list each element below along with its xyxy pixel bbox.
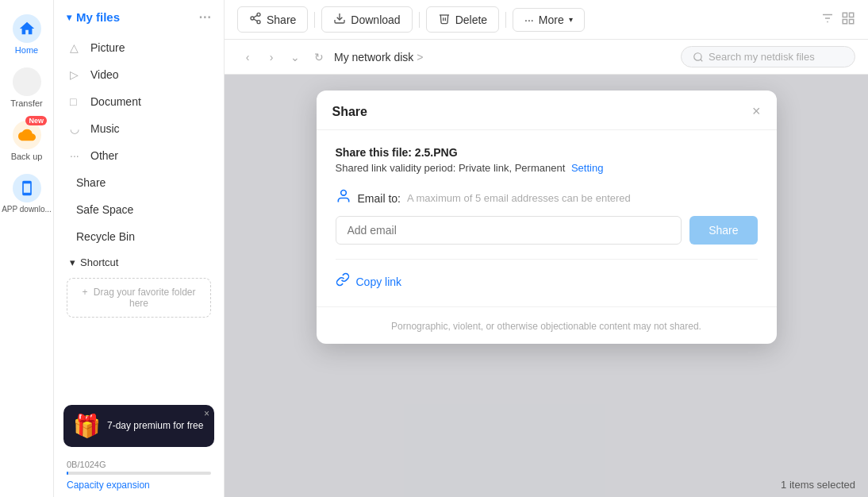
storage-bar: [67, 472, 211, 475]
sidebar-item-document[interactable]: □ Document: [54, 88, 224, 115]
breadcrumb-separator: >: [417, 51, 423, 64]
share-email-button[interactable]: Share: [689, 216, 757, 245]
transfer-icon: [13, 67, 41, 96]
sidebar-item-other[interactable]: ··· Other: [54, 142, 224, 169]
other-icon: ···: [70, 149, 83, 162]
recyclebin-label: Recycle Bin: [76, 230, 135, 243]
sidebar-chevron-icon: ▾: [67, 12, 71, 23]
svg-rect-11: [843, 19, 847, 23]
app-sidebar: Home Transfer New Back up APP downlo...: [0, 0, 54, 497]
menu-icon[interactable]: [841, 11, 855, 29]
other-label: Other: [90, 149, 118, 162]
setting-link[interactable]: Setting: [571, 162, 603, 174]
email-to-label: Email to:: [358, 192, 401, 205]
storage-label: 0B/1024G: [67, 460, 211, 469]
share-btn-label: Share: [267, 13, 296, 26]
validity-value: Private link, Permanent: [459, 162, 565, 174]
share-button[interactable]: Share: [237, 6, 308, 33]
email-hint: A maximum of 5 email addresses can be en…: [407, 192, 631, 204]
delete-btn-label: Delete: [455, 13, 487, 26]
sidebar-item-share[interactable]: Share: [54, 169, 224, 196]
content-area: Share Download Delete ··· More ▾: [225, 0, 868, 497]
picture-label: Picture: [90, 41, 125, 54]
email-label-row: Email to: A maximum of 5 email addresses…: [336, 188, 758, 208]
modal-footer-text: Pornographic, violent, or otherwise obje…: [391, 321, 701, 332]
capacity-link[interactable]: Capacity expansion: [54, 478, 224, 497]
svg-point-1: [251, 17, 254, 20]
home-icon: [13, 14, 41, 43]
shortcut-chevron-icon: ▾: [70, 256, 75, 268]
download-btn-label: Download: [351, 13, 400, 26]
sidebar-more-icon[interactable]: ⋯: [198, 10, 211, 25]
sidebar-item-home[interactable]: Home: [0, 8, 53, 61]
download-icon: [333, 12, 346, 27]
down-button[interactable]: ⌄: [285, 47, 305, 67]
plus-icon: +: [82, 287, 87, 298]
delete-button[interactable]: Delete: [426, 6, 499, 33]
breadcrumb-root[interactable]: My network disk: [334, 51, 413, 64]
delete-icon: [438, 12, 451, 27]
shortcut-section[interactable]: ▾ Shortcut: [54, 250, 224, 272]
new-badge: New: [25, 116, 47, 125]
appdownload-icon: [13, 174, 41, 202]
modal-close-button[interactable]: ×: [752, 103, 761, 120]
sidebar-item-backup[interactable]: New Back up: [0, 114, 53, 168]
storage-fill: [67, 472, 68, 475]
sidebar-item-transfer[interactable]: Transfer: [0, 61, 53, 114]
sidebar-title: My files: [76, 10, 120, 24]
back-button[interactable]: ‹: [237, 47, 258, 67]
sidebar-item-safespace[interactable]: Safe Space: [54, 196, 224, 223]
promo-icon: 🎁: [73, 413, 101, 439]
email-input-row: Share: [336, 216, 758, 245]
filter-icon[interactable]: [820, 11, 835, 29]
storage-info: 0B/1024G: [54, 453, 224, 478]
modal-body: Share this file: 2.5.PNG Shared link val…: [317, 130, 777, 306]
shortcut-drop-area[interactable]: + Drag your favorite folder here: [67, 278, 211, 318]
refresh-button[interactable]: ↻: [309, 47, 329, 67]
more-button[interactable]: ··· More ▾: [513, 8, 585, 32]
sidebar-nav: △ Picture ▷ Video □ Document ◡ Music ···…: [54, 34, 224, 399]
link-icon: [336, 272, 350, 291]
shortcut-label: Shortcut: [80, 256, 118, 268]
person-icon: [336, 188, 351, 208]
main-content: Share × Share this file: 2.5.PNG Shared …: [225, 75, 868, 497]
breadcrumb-bar: ‹ › ⌄ ↻ My network disk > Search my netd…: [225, 40, 868, 75]
appdownload-label: APP downlo...: [2, 205, 52, 214]
forward-button[interactable]: ›: [261, 47, 282, 67]
svg-line-14: [701, 59, 703, 61]
svg-point-15: [340, 191, 346, 196]
toolbar-sep-1: [314, 12, 315, 28]
safespace-label: Safe Space: [76, 203, 133, 216]
copy-link-text[interactable]: Copy link: [356, 275, 402, 288]
toolbar-sep-3: [505, 12, 506, 28]
breadcrumb-path: My network disk >: [334, 51, 424, 64]
promo-close-button[interactable]: ×: [204, 408, 209, 419]
search-bar[interactable]: Search my netdisk files: [681, 46, 855, 67]
toolbar-sep-2: [419, 12, 420, 28]
breadcrumb-nav: ‹ › ⌄ ↻: [237, 47, 329, 67]
share-label: Share: [76, 176, 106, 189]
svg-line-4: [254, 15, 258, 17]
modal-header: Share ×: [317, 91, 777, 130]
more-dropdown-icon: ▾: [569, 15, 573, 24]
sidebar-item-recyclebin[interactable]: Recycle Bin: [54, 223, 224, 250]
copy-link-row[interactable]: Copy link: [336, 259, 758, 291]
file-info: Share this file: 2.5.PNG Shared link val…: [336, 146, 758, 174]
sidebar-item-music[interactable]: ◡ Music: [54, 115, 224, 142]
svg-rect-10: [850, 13, 854, 17]
sidebar-header-left: ▾ My files: [67, 10, 120, 24]
promo-banner: 🎁 7-day premium for free ×: [63, 405, 214, 447]
modal-title: Share: [332, 105, 367, 119]
sidebar-item-picture[interactable]: △ Picture: [54, 34, 224, 61]
file-name-value: 2.5.PNG: [415, 146, 458, 159]
file-name-text: Share this file: 2.5.PNG: [336, 146, 758, 159]
download-button[interactable]: Download: [321, 6, 412, 33]
music-icon: ◡: [70, 122, 83, 135]
email-input[interactable]: [336, 216, 682, 245]
sidebar-item-video[interactable]: ▷ Video: [54, 61, 224, 88]
search-placeholder: Search my netdisk files: [709, 51, 815, 63]
search-icon: [693, 52, 704, 63]
file-label: Share this file:: [336, 146, 412, 159]
share-modal: Share × Share this file: 2.5.PNG Shared …: [317, 91, 777, 344]
sidebar-item-appdownload[interactable]: APP downlo...: [0, 168, 53, 220]
